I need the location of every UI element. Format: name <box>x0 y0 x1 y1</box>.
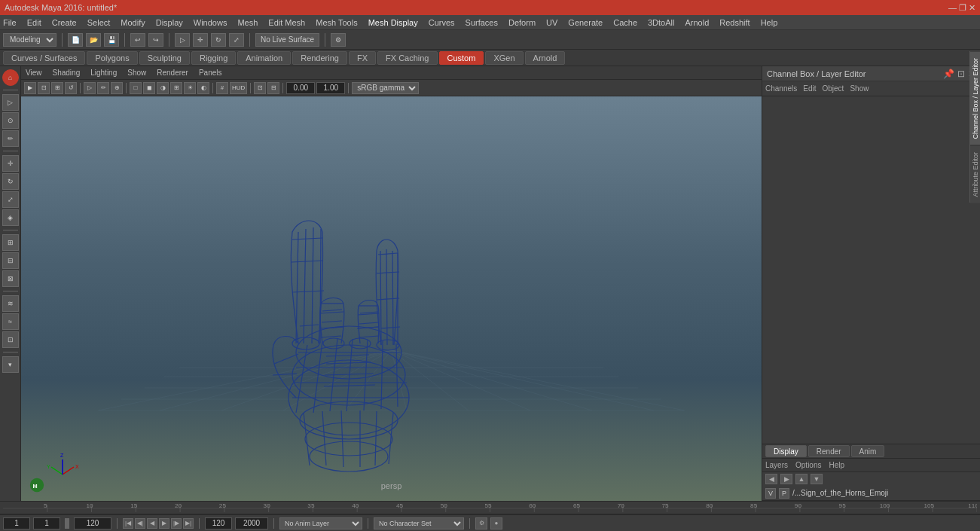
tab-rendering[interactable]: Rendering <box>292 51 347 65</box>
lighting-button[interactable]: ☀ <box>184 82 196 94</box>
lattice-tool[interactable]: ⊡ <box>2 331 19 348</box>
menu-create[interactable]: Create <box>52 18 77 27</box>
universal-tool[interactable]: ◈ <box>2 209 19 226</box>
smooth-shade-button[interactable]: ◼ <box>143 82 155 94</box>
save-file-button[interactable]: 💾 <box>104 33 119 47</box>
select-tool[interactable]: ▷ <box>175 33 190 47</box>
vertical-tab-channel-box[interactable]: Channel Box / Layer Editor <box>970 51 980 145</box>
render-settings-button[interactable]: ⚙ <box>331 33 346 47</box>
timeline-ruler[interactable]: 5 10 15 20 25 30 35 40 45 50 55 60 65 70… <box>0 502 980 514</box>
layer-arrow-down[interactable]: ▼ <box>811 474 823 484</box>
layers-tab-options[interactable]: Options <box>795 461 821 469</box>
channel-box-pin[interactable]: 📌 <box>943 69 954 79</box>
viewport-menu-shading[interactable]: Shading <box>53 69 81 77</box>
step-forward-button[interactable]: |▶ <box>171 518 182 529</box>
layer-visibility-button[interactable]: V <box>765 488 776 499</box>
range-bar[interactable] <box>65 518 69 529</box>
menu-deform[interactable]: Deform <box>508 18 536 27</box>
tab-fx[interactable]: FX <box>349 51 376 65</box>
color-profile-dropdown[interactable]: sRGB gamma <box>352 82 419 94</box>
snap-curve[interactable]: ⊟ <box>2 252 19 269</box>
home-button[interactable]: ⌂ <box>2 69 19 86</box>
viewport-menu-panels[interactable]: Panels <box>199 69 222 77</box>
select-mode-button[interactable]: ▷ <box>84 82 96 94</box>
sculpt-tool[interactable]: ≋ <box>2 295 19 312</box>
range-end-input[interactable]: 2000 <box>235 517 268 529</box>
more-tools-button[interactable]: ▾ <box>2 356 19 373</box>
lasso-tool[interactable]: ⊙ <box>2 112 19 129</box>
paint-tool[interactable]: ✏ <box>2 130 19 147</box>
viewport-menu-show[interactable]: Show <box>127 69 146 77</box>
shadow-button[interactable]: ◐ <box>197 82 209 94</box>
undo-button[interactable]: ↩ <box>130 33 145 47</box>
wireframe-button[interactable]: □ <box>130 82 142 94</box>
start-frame-input[interactable]: 1 <box>3 517 30 529</box>
layer-arrow-left[interactable]: ◀ <box>765 474 777 484</box>
snap-point[interactable]: ⊠ <box>2 270 19 287</box>
menu-windows[interactable]: Windows <box>194 18 227 27</box>
tab-polygons[interactable]: Polygons <box>87 51 137 65</box>
redo-button[interactable]: ↪ <box>148 33 163 47</box>
menu-3dto[interactable]: 3DtoAll <box>648 18 674 27</box>
menu-edit[interactable]: Edit <box>27 18 41 27</box>
menu-select[interactable]: Select <box>87 18 111 27</box>
tab-animation[interactable]: Animation <box>237 51 291 65</box>
go-to-end-button[interactable]: ▶| <box>183 518 194 529</box>
hud-button[interactable]: HUD <box>230 82 247 94</box>
auto-key-button[interactable]: ● <box>490 517 502 529</box>
tab-sculpting[interactable]: Sculpting <box>139 51 190 65</box>
menu-modify[interactable]: Modify <box>121 18 145 27</box>
cb-tab-show[interactable]: Show <box>850 84 869 93</box>
scale-tool-left[interactable]: ⤢ <box>2 191 19 208</box>
tab-rigging[interactable]: Rigging <box>191 51 236 65</box>
menu-mesh-display[interactable]: Mesh Display <box>368 18 418 27</box>
preferences-button[interactable]: ⚙ <box>475 517 487 529</box>
menu-mesh[interactable]: Mesh <box>237 18 258 27</box>
snap-grid[interactable]: ⊞ <box>2 234 19 251</box>
menu-redshift[interactable]: Redshift <box>719 18 750 27</box>
show-manipulator-button[interactable]: ⊕ <box>111 82 123 94</box>
menu-cache[interactable]: Cache <box>613 18 637 27</box>
resolution-gate-button[interactable]: ⊟ <box>267 82 279 94</box>
playback-end-input[interactable]: 120 <box>205 517 232 529</box>
step-back-button[interactable]: ◀| <box>135 518 145 529</box>
workspace-dropdown[interactable]: Modeling <box>3 33 56 47</box>
menu-edit-mesh[interactable]: Edit Mesh <box>268 18 305 27</box>
tab-custom[interactable]: Custom <box>439 51 484 65</box>
sync-button[interactable]: ↺ <box>65 82 77 94</box>
menu-display[interactable]: Display <box>156 18 183 27</box>
channel-box-float[interactable]: ⊡ <box>957 69 965 79</box>
play-back-button[interactable]: ◀ <box>147 518 157 529</box>
select-tool-left[interactable]: ▷ <box>2 94 19 111</box>
cb-tab-channels[interactable]: Channels <box>765 84 797 93</box>
open-file-button[interactable]: 📂 <box>86 33 101 47</box>
menu-arnold[interactable]: Arnold <box>685 18 709 27</box>
viewport-menu-renderer[interactable]: Renderer <box>157 69 188 77</box>
minimize-button[interactable]: — <box>948 3 957 12</box>
menu-generate[interactable]: Generate <box>568 18 603 27</box>
rotate-tool[interactable]: ↻ <box>211 33 226 47</box>
near-clip-input[interactable]: 0.00 <box>286 82 315 94</box>
menu-curves[interactable]: Curves <box>429 18 455 27</box>
scale-tool[interactable]: ⤢ <box>229 33 244 47</box>
tab-curves-surfaces[interactable]: Curves / Surfaces <box>3 51 85 65</box>
soft-mod-tool[interactable]: ≈ <box>2 313 19 330</box>
move-tool-left[interactable]: ✛ <box>2 155 19 172</box>
far-clip-input[interactable]: 1.00 <box>316 82 345 94</box>
tab-display[interactable]: Display <box>765 445 807 457</box>
no-live-surface-button[interactable]: No Live Surface <box>255 33 319 47</box>
menu-file[interactable]: File <box>3 18 17 27</box>
paint-effects-button[interactable]: ✏ <box>97 82 109 94</box>
menu-help[interactable]: Help <box>761 18 778 27</box>
cb-tab-object[interactable]: Object <box>823 84 844 93</box>
texture-button[interactable]: ⊞ <box>170 82 182 94</box>
viewport-canvas[interactable]: persp X Y Z M <box>21 96 762 501</box>
viewport-menu-lighting[interactable]: Lighting <box>90 69 117 77</box>
go-to-start-button[interactable]: |◀ <box>123 518 133 529</box>
play-forward-button[interactable]: ▶ <box>159 518 169 529</box>
camera-gate-button[interactable]: ⊡ <box>254 82 266 94</box>
tab-fx-caching[interactable]: FX Caching <box>377 51 437 65</box>
menu-surfaces[interactable]: Surfaces <box>466 18 498 27</box>
end-frame-input[interactable]: 120 <box>74 517 111 529</box>
current-frame-input[interactable]: 1 <box>33 517 60 529</box>
